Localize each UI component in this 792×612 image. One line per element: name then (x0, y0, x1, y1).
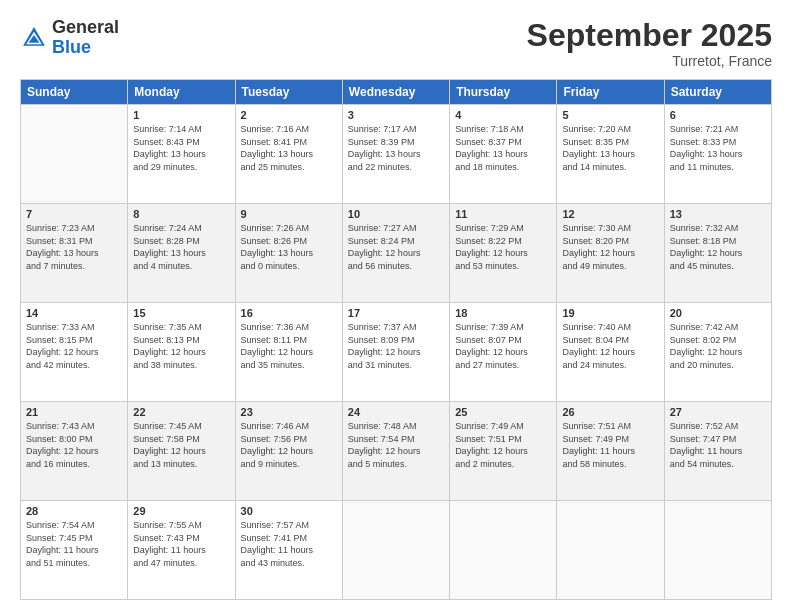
day-number: 20 (670, 307, 766, 319)
day-info: Sunrise: 7:33 AM Sunset: 8:15 PM Dayligh… (26, 321, 122, 371)
day-info: Sunrise: 7:36 AM Sunset: 8:11 PM Dayligh… (241, 321, 337, 371)
day-number: 26 (562, 406, 658, 418)
day-cell: 2Sunrise: 7:16 AM Sunset: 8:41 PM Daylig… (235, 105, 342, 204)
day-info: Sunrise: 7:24 AM Sunset: 8:28 PM Dayligh… (133, 222, 229, 272)
day-cell (21, 105, 128, 204)
day-cell: 8Sunrise: 7:24 AM Sunset: 8:28 PM Daylig… (128, 204, 235, 303)
logo: General Blue (20, 18, 119, 58)
col-header-sunday: Sunday (21, 80, 128, 105)
logo-text: General Blue (52, 18, 119, 58)
logo-general-text: General (52, 17, 119, 37)
day-info: Sunrise: 7:48 AM Sunset: 7:54 PM Dayligh… (348, 420, 444, 470)
day-number: 2 (241, 109, 337, 121)
day-number: 28 (26, 505, 122, 517)
col-header-friday: Friday (557, 80, 664, 105)
col-header-thursday: Thursday (450, 80, 557, 105)
day-number: 18 (455, 307, 551, 319)
day-cell: 1Sunrise: 7:14 AM Sunset: 8:43 PM Daylig… (128, 105, 235, 204)
col-header-saturday: Saturday (664, 80, 771, 105)
day-number: 21 (26, 406, 122, 418)
day-info: Sunrise: 7:35 AM Sunset: 8:13 PM Dayligh… (133, 321, 229, 371)
day-cell: 20Sunrise: 7:42 AM Sunset: 8:02 PM Dayli… (664, 303, 771, 402)
day-number: 19 (562, 307, 658, 319)
month-title: September 2025 (527, 18, 772, 53)
day-cell: 21Sunrise: 7:43 AM Sunset: 8:00 PM Dayli… (21, 402, 128, 501)
day-cell: 13Sunrise: 7:32 AM Sunset: 8:18 PM Dayli… (664, 204, 771, 303)
day-number: 5 (562, 109, 658, 121)
day-number: 25 (455, 406, 551, 418)
week-row-4: 21Sunrise: 7:43 AM Sunset: 8:00 PM Dayli… (21, 402, 772, 501)
day-info: Sunrise: 7:57 AM Sunset: 7:41 PM Dayligh… (241, 519, 337, 569)
day-number: 27 (670, 406, 766, 418)
day-info: Sunrise: 7:18 AM Sunset: 8:37 PM Dayligh… (455, 123, 551, 173)
day-info: Sunrise: 7:21 AM Sunset: 8:33 PM Dayligh… (670, 123, 766, 173)
week-row-2: 7Sunrise: 7:23 AM Sunset: 8:31 PM Daylig… (21, 204, 772, 303)
day-info: Sunrise: 7:42 AM Sunset: 8:02 PM Dayligh… (670, 321, 766, 371)
day-number: 24 (348, 406, 444, 418)
day-cell: 9Sunrise: 7:26 AM Sunset: 8:26 PM Daylig… (235, 204, 342, 303)
day-cell: 4Sunrise: 7:18 AM Sunset: 8:37 PM Daylig… (450, 105, 557, 204)
day-info: Sunrise: 7:37 AM Sunset: 8:09 PM Dayligh… (348, 321, 444, 371)
day-number: 12 (562, 208, 658, 220)
day-info: Sunrise: 7:39 AM Sunset: 8:07 PM Dayligh… (455, 321, 551, 371)
day-info: Sunrise: 7:20 AM Sunset: 8:35 PM Dayligh… (562, 123, 658, 173)
day-info: Sunrise: 7:29 AM Sunset: 8:22 PM Dayligh… (455, 222, 551, 272)
day-cell: 17Sunrise: 7:37 AM Sunset: 8:09 PM Dayli… (342, 303, 449, 402)
week-row-1: 1Sunrise: 7:14 AM Sunset: 8:43 PM Daylig… (21, 105, 772, 204)
day-info: Sunrise: 7:54 AM Sunset: 7:45 PM Dayligh… (26, 519, 122, 569)
day-cell: 19Sunrise: 7:40 AM Sunset: 8:04 PM Dayli… (557, 303, 664, 402)
day-number: 11 (455, 208, 551, 220)
day-number: 6 (670, 109, 766, 121)
day-number: 8 (133, 208, 229, 220)
day-info: Sunrise: 7:17 AM Sunset: 8:39 PM Dayligh… (348, 123, 444, 173)
day-number: 30 (241, 505, 337, 517)
day-cell: 5Sunrise: 7:20 AM Sunset: 8:35 PM Daylig… (557, 105, 664, 204)
day-cell (557, 501, 664, 600)
day-number: 16 (241, 307, 337, 319)
day-cell: 27Sunrise: 7:52 AM Sunset: 7:47 PM Dayli… (664, 402, 771, 501)
day-info: Sunrise: 7:27 AM Sunset: 8:24 PM Dayligh… (348, 222, 444, 272)
week-row-5: 28Sunrise: 7:54 AM Sunset: 7:45 PM Dayli… (21, 501, 772, 600)
day-number: 17 (348, 307, 444, 319)
day-number: 9 (241, 208, 337, 220)
day-info: Sunrise: 7:16 AM Sunset: 8:41 PM Dayligh… (241, 123, 337, 173)
col-header-monday: Monday (128, 80, 235, 105)
day-cell: 28Sunrise: 7:54 AM Sunset: 7:45 PM Dayli… (21, 501, 128, 600)
day-cell: 10Sunrise: 7:27 AM Sunset: 8:24 PM Dayli… (342, 204, 449, 303)
day-number: 10 (348, 208, 444, 220)
day-cell (450, 501, 557, 600)
day-cell: 14Sunrise: 7:33 AM Sunset: 8:15 PM Dayli… (21, 303, 128, 402)
day-number: 1 (133, 109, 229, 121)
day-cell (664, 501, 771, 600)
day-cell: 3Sunrise: 7:17 AM Sunset: 8:39 PM Daylig… (342, 105, 449, 204)
day-cell: 22Sunrise: 7:45 AM Sunset: 7:58 PM Dayli… (128, 402, 235, 501)
day-info: Sunrise: 7:23 AM Sunset: 8:31 PM Dayligh… (26, 222, 122, 272)
day-number: 22 (133, 406, 229, 418)
day-cell: 6Sunrise: 7:21 AM Sunset: 8:33 PM Daylig… (664, 105, 771, 204)
day-cell: 24Sunrise: 7:48 AM Sunset: 7:54 PM Dayli… (342, 402, 449, 501)
page: General Blue September 2025 Turretot, Fr… (0, 0, 792, 612)
day-number: 15 (133, 307, 229, 319)
day-cell: 30Sunrise: 7:57 AM Sunset: 7:41 PM Dayli… (235, 501, 342, 600)
day-number: 3 (348, 109, 444, 121)
header-row: SundayMondayTuesdayWednesdayThursdayFrid… (21, 80, 772, 105)
week-row-3: 14Sunrise: 7:33 AM Sunset: 8:15 PM Dayli… (21, 303, 772, 402)
day-info: Sunrise: 7:55 AM Sunset: 7:43 PM Dayligh… (133, 519, 229, 569)
day-number: 29 (133, 505, 229, 517)
day-info: Sunrise: 7:14 AM Sunset: 8:43 PM Dayligh… (133, 123, 229, 173)
day-cell: 26Sunrise: 7:51 AM Sunset: 7:49 PM Dayli… (557, 402, 664, 501)
logo-blue-text: Blue (52, 37, 91, 57)
logo-icon (20, 24, 48, 52)
location-subtitle: Turretot, France (527, 53, 772, 69)
day-cell: 23Sunrise: 7:46 AM Sunset: 7:56 PM Dayli… (235, 402, 342, 501)
day-cell (342, 501, 449, 600)
day-number: 7 (26, 208, 122, 220)
day-info: Sunrise: 7:32 AM Sunset: 8:18 PM Dayligh… (670, 222, 766, 272)
day-cell: 11Sunrise: 7:29 AM Sunset: 8:22 PM Dayli… (450, 204, 557, 303)
col-header-tuesday: Tuesday (235, 80, 342, 105)
day-cell: 15Sunrise: 7:35 AM Sunset: 8:13 PM Dayli… (128, 303, 235, 402)
day-info: Sunrise: 7:51 AM Sunset: 7:49 PM Dayligh… (562, 420, 658, 470)
day-info: Sunrise: 7:30 AM Sunset: 8:20 PM Dayligh… (562, 222, 658, 272)
day-number: 4 (455, 109, 551, 121)
calendar-table: SundayMondayTuesdayWednesdayThursdayFrid… (20, 79, 772, 600)
